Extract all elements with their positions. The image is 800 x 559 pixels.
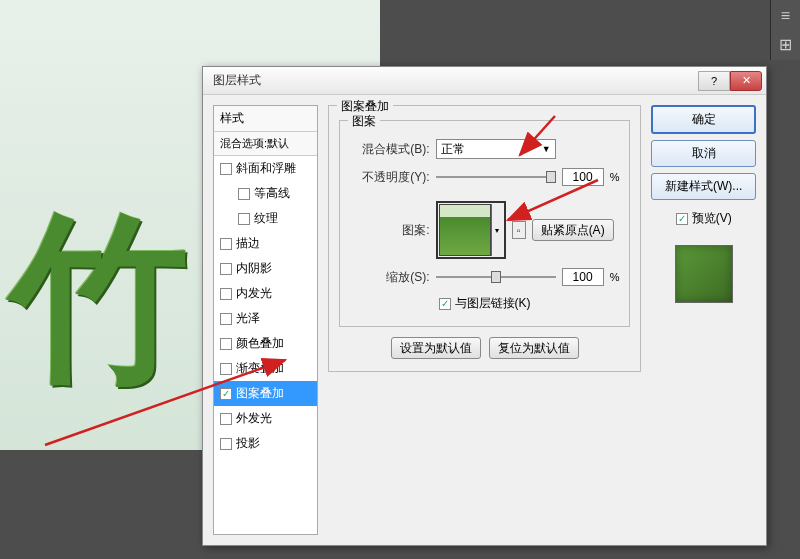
- window-controls: ? ✕: [698, 71, 762, 91]
- preview-checkbox[interactable]: ✓: [676, 213, 688, 225]
- inner-group-title: 图案: [348, 113, 380, 130]
- style-checkbox[interactable]: [238, 213, 250, 225]
- blend-mode-label: 混合模式(B):: [350, 141, 430, 158]
- dialog-title: 图层样式: [213, 72, 698, 89]
- style-item-texture[interactable]: 纹理: [214, 206, 317, 231]
- new-style-button[interactable]: 新建样式(W)...: [651, 173, 756, 200]
- scale-slider[interactable]: [436, 267, 556, 287]
- pattern-inner-group: 图案 混合模式(B): 正常 ▼ 不透明度(Y):: [339, 120, 631, 327]
- style-item-dropshadow[interactable]: 投影: [214, 431, 317, 456]
- style-item-label: 颜色叠加: [236, 335, 284, 352]
- styles-header[interactable]: 样式: [214, 106, 317, 132]
- style-item-label: 斜面和浮雕: [236, 160, 296, 177]
- blend-mode-value: 正常: [441, 141, 465, 158]
- style-checkbox[interactable]: [238, 188, 250, 200]
- panel-icon-1[interactable]: ≡: [774, 4, 798, 28]
- style-item-coloroverlay[interactable]: 颜色叠加: [214, 331, 317, 356]
- scale-label: 缩放(S):: [350, 269, 430, 286]
- settings-panel: 图案叠加 图案 混合模式(B): 正常 ▼ 不透明度(Y):: [328, 105, 642, 535]
- preview-swatch: [675, 245, 733, 303]
- scale-input[interactable]: [562, 268, 604, 286]
- style-checkbox[interactable]: [220, 238, 232, 250]
- opacity-label: 不透明度(Y):: [350, 169, 430, 186]
- style-checkbox[interactable]: [220, 288, 232, 300]
- style-item-label: 等高线: [254, 185, 290, 202]
- reset-default-button[interactable]: 复位为默认值: [489, 337, 579, 359]
- opacity-row: 不透明度(Y): %: [350, 167, 620, 187]
- blend-mode-row: 混合模式(B): 正常 ▼: [350, 139, 620, 159]
- style-item-bevel[interactable]: 斜面和浮雕: [214, 156, 317, 181]
- pattern-dropdown-arrow[interactable]: ▾: [491, 204, 503, 256]
- defaults-row: 设置为默认值 复位为默认值: [339, 337, 631, 359]
- style-item-innershadow[interactable]: 内阴影: [214, 256, 317, 281]
- style-checkbox[interactable]: [220, 338, 232, 350]
- style-checkbox[interactable]: [220, 363, 232, 375]
- style-checkbox[interactable]: [220, 413, 232, 425]
- style-item-label: 描边: [236, 235, 260, 252]
- percent-label-2: %: [610, 271, 620, 283]
- style-item-label: 图案叠加: [236, 385, 284, 402]
- blend-mode-dropdown[interactable]: 正常 ▼: [436, 139, 556, 159]
- styles-list: 样式 混合选项:默认 斜面和浮雕等高线纹理描边内阴影内发光光泽颜色叠加渐变叠加✓…: [213, 105, 318, 535]
- style-item-label: 光泽: [236, 310, 260, 327]
- bamboo-character: 竹: [10, 180, 180, 422]
- help-button[interactable]: ?: [698, 71, 730, 91]
- style-item-label: 外发光: [236, 410, 272, 427]
- link-checkbox[interactable]: ✓: [439, 298, 451, 310]
- title-bar[interactable]: 图层样式 ? ✕: [203, 67, 766, 95]
- chevron-down-icon: ▼: [542, 144, 551, 154]
- percent-label: %: [610, 171, 620, 183]
- pattern-picker[interactable]: ▾: [436, 201, 506, 259]
- pattern-row: 图案: ▾ ▫ 贴紧原点(A): [350, 201, 620, 259]
- pattern-label: 图案:: [350, 222, 430, 239]
- style-item-outerglow[interactable]: 外发光: [214, 406, 317, 431]
- preview-toggle[interactable]: ✓ 预览(V): [651, 210, 756, 227]
- style-checkbox[interactable]: [220, 313, 232, 325]
- style-item-gradientoverlay[interactable]: 渐变叠加: [214, 356, 317, 381]
- right-button-panel: 确定 取消 新建样式(W)... ✓ 预览(V): [651, 105, 756, 535]
- opacity-slider[interactable]: [436, 167, 556, 187]
- style-item-patternoverlay[interactable]: ✓图案叠加: [214, 381, 317, 406]
- style-item-innerglow[interactable]: 内发光: [214, 281, 317, 306]
- style-item-label: 投影: [236, 435, 260, 452]
- new-pattern-button[interactable]: ▫: [512, 221, 526, 239]
- ok-button[interactable]: 确定: [651, 105, 756, 134]
- style-item-stroke[interactable]: 描边: [214, 231, 317, 256]
- style-checkbox[interactable]: ✓: [220, 388, 232, 400]
- panel-icon-2[interactable]: ⊞: [774, 32, 798, 56]
- style-item-label: 纹理: [254, 210, 278, 227]
- link-label: 与图层链接(K): [455, 295, 531, 312]
- pattern-overlay-group: 图案叠加 图案 混合模式(B): 正常 ▼ 不透明度(Y):: [328, 105, 642, 372]
- layer-style-dialog: 图层样式 ? ✕ 样式 混合选项:默认 斜面和浮雕等高线纹理描边内阴影内发光光泽…: [202, 66, 767, 546]
- preview-label: 预览(V): [692, 210, 732, 227]
- blend-options-header[interactable]: 混合选项:默认: [214, 132, 317, 156]
- close-button[interactable]: ✕: [730, 71, 762, 91]
- set-default-button[interactable]: 设置为默认值: [391, 337, 481, 359]
- style-checkbox[interactable]: [220, 263, 232, 275]
- cancel-button[interactable]: 取消: [651, 140, 756, 167]
- style-item-label: 内发光: [236, 285, 272, 302]
- style-item-satin[interactable]: 光泽: [214, 306, 317, 331]
- scale-row: 缩放(S): %: [350, 267, 620, 287]
- style-item-label: 渐变叠加: [236, 360, 284, 377]
- dialog-body: 样式 混合选项:默认 斜面和浮雕等高线纹理描边内阴影内发光光泽颜色叠加渐变叠加✓…: [203, 95, 766, 545]
- link-with-layer[interactable]: ✓ 与图层链接(K): [350, 295, 620, 312]
- opacity-input[interactable]: [562, 168, 604, 186]
- pattern-preview-swatch: [439, 204, 491, 256]
- style-checkbox[interactable]: [220, 163, 232, 175]
- style-checkbox[interactable]: [220, 438, 232, 450]
- style-item-contour[interactable]: 等高线: [214, 181, 317, 206]
- snap-origin-button[interactable]: 贴紧原点(A): [532, 219, 614, 241]
- style-item-label: 内阴影: [236, 260, 272, 277]
- right-tool-panel: ≡ ⊞: [770, 0, 800, 60]
